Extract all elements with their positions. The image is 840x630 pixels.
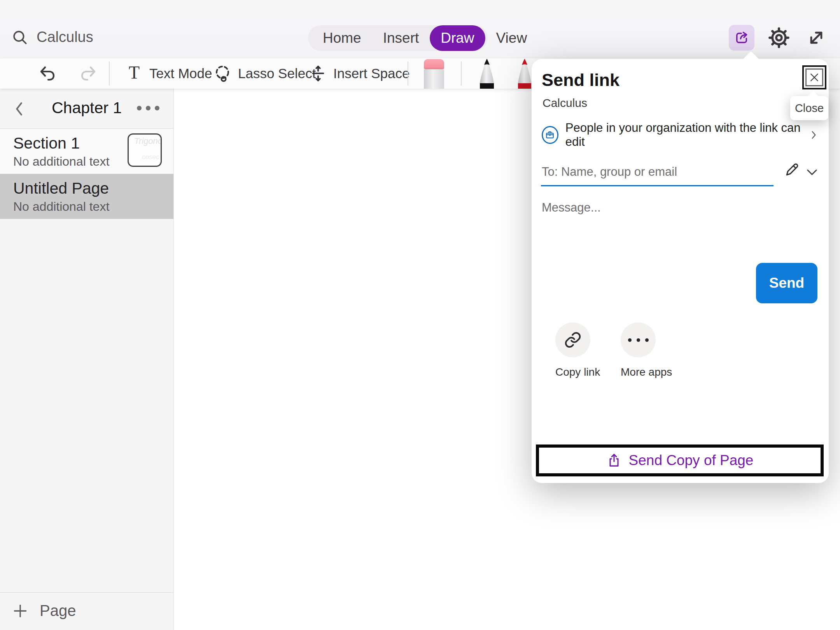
more-apps-icon <box>621 322 656 357</box>
sidebar-footer: Page <box>0 592 173 630</box>
tooltip-pointer <box>808 91 819 102</box>
page-item-subtitle: No additional text <box>13 200 109 214</box>
send-button[interactable]: Send <box>756 263 817 303</box>
redo-button[interactable] <box>79 58 98 89</box>
send-copy-of-page-button[interactable]: Send Copy of Page <box>536 444 824 476</box>
notebook-title: Calculus <box>37 29 93 46</box>
page-thumbnail: Trigono cosec <box>128 133 162 167</box>
send-copy-label: Send Copy of Page <box>629 452 754 469</box>
add-page-button[interactable]: Page <box>12 602 76 620</box>
page-item-title: Untitled Page <box>13 179 109 198</box>
close-button-focus-ring <box>805 68 823 86</box>
gear-icon <box>768 27 790 49</box>
undo-button[interactable] <box>38 58 57 89</box>
send-link-dialog: Send link Calculus Close People in your … <box>532 59 829 483</box>
red-pen-tool[interactable] <box>516 58 534 89</box>
copy-link-button[interactable]: Copy link <box>555 322 590 378</box>
page-list-item-untitled-selected[interactable]: Untitled Page No additional text <box>0 174 173 219</box>
to-field-wrap <box>541 163 772 186</box>
tab-home[interactable]: Home <box>312 25 372 51</box>
to-input[interactable] <box>541 163 774 186</box>
page-list-sidebar: Chapter 1 Section 1 No additional text T… <box>0 89 174 630</box>
close-button[interactable] <box>802 65 826 89</box>
svg-text:T: T <box>129 65 140 82</box>
page-list-item-section1[interactable]: Section 1 No additional text Trigono cos… <box>0 129 173 174</box>
chevron-right-icon <box>808 130 819 140</box>
eraser-tool[interactable] <box>424 59 444 89</box>
lasso-icon <box>213 64 232 83</box>
share-button[interactable] <box>729 25 754 51</box>
link-permission-row[interactable]: People in your organization with the lin… <box>542 125 819 145</box>
onenote-app: Calculus Home Insert Draw View <box>0 0 840 630</box>
toolbar-divider <box>408 61 408 86</box>
text-mode-icon: T <box>125 65 143 82</box>
close-tooltip: Close <box>790 96 828 120</box>
section-more-button[interactable] <box>137 106 159 110</box>
sidebar-header: Chapter 1 <box>0 89 173 129</box>
expand-icon <box>806 28 826 48</box>
dialog-title: Send link <box>542 70 620 90</box>
tab-insert[interactable]: Insert <box>372 25 430 51</box>
ribbon-tab-bar: Home Insert Draw View <box>308 25 488 51</box>
share-icon <box>733 30 750 46</box>
toolbar-divider <box>461 61 462 86</box>
permission-text: People in your organization with the lin… <box>565 121 802 149</box>
settings-button[interactable] <box>766 25 792 51</box>
top-right-actions <box>729 25 829 51</box>
page-item-title: Section 1 <box>13 134 80 152</box>
more-apps-label: More apps <box>621 366 656 378</box>
notebook-search[interactable]: Calculus <box>12 29 93 46</box>
more-apps-button[interactable]: More apps <box>621 322 656 378</box>
tab-view[interactable]: View <box>485 25 538 51</box>
tab-draw[interactable]: Draw <box>430 25 485 51</box>
dialog-subtitle: Calculus <box>542 96 587 110</box>
copy-link-label: Copy link <box>555 366 590 378</box>
eraser-body <box>424 69 444 89</box>
insert-space-button[interactable]: Insert Space <box>309 58 410 89</box>
plus-icon <box>12 602 29 620</box>
page-item-subtitle: No additional text <box>13 154 109 169</box>
black-pen-tool[interactable] <box>477 58 497 89</box>
text-mode-button[interactable]: T Text Mode <box>125 58 212 89</box>
send-copy-icon <box>606 453 622 468</box>
top-nav-bar: Calculus Home Insert Draw View <box>0 0 840 58</box>
close-icon <box>808 72 820 83</box>
search-icon <box>12 29 28 46</box>
message-field-wrap <box>541 198 774 217</box>
insert-space-icon <box>309 65 327 82</box>
fullscreen-button[interactable] <box>803 25 829 51</box>
pencil-icon[interactable] <box>784 161 801 178</box>
eraser-cap <box>424 59 444 69</box>
message-input[interactable] <box>541 198 776 217</box>
copy-link-icon <box>555 322 590 357</box>
lasso-select-button[interactable]: Lasso Select <box>213 58 316 89</box>
organization-briefcase-icon <box>542 126 558 144</box>
toolbar-divider <box>109 61 110 86</box>
chevron-down-icon[interactable] <box>805 165 819 180</box>
